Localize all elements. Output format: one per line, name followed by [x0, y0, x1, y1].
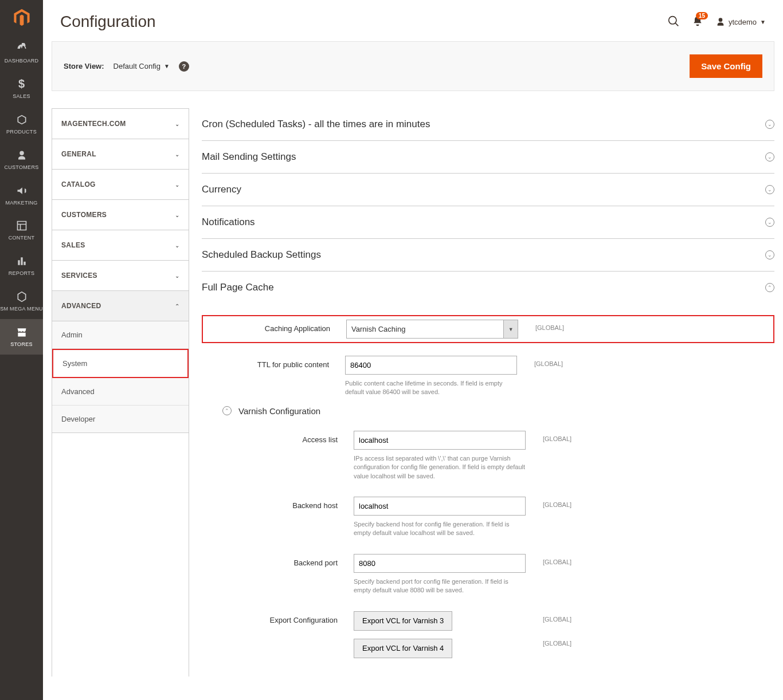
notifications-button[interactable]: 15 [692, 15, 703, 29]
notification-badge: 15 [696, 12, 708, 19]
user-name: ytcdemo [729, 18, 757, 26]
tab-system[interactable]: System [52, 349, 189, 378]
magento-logo-icon [12, 8, 32, 27]
tab-group-catalog[interactable]: CATALOG⌄ [52, 170, 189, 200]
access-list-hint: IPs access list separated with \',\' tha… [354, 454, 526, 481]
search-button[interactable] [668, 15, 679, 29]
dollar-icon: $ [0, 77, 43, 92]
chevron-down-icon: ▼ [503, 320, 518, 339]
help-tooltip-button[interactable]: ? [179, 61, 189, 72]
ttl-hint: Public content cache lifetime in seconds… [345, 379, 517, 397]
hexagon-icon [0, 289, 43, 304]
store-view-label: Store View: [64, 62, 104, 70]
ttl-input[interactable] [345, 356, 517, 375]
bar-chart-icon [0, 254, 43, 269]
export-vcl-v4-button[interactable]: Export VCL for Varnish 4 [354, 639, 452, 658]
nav-sales[interactable]: $ SALES [0, 71, 43, 107]
backend-host-label: Backend host [202, 497, 354, 510]
tab-group-magentech[interactable]: MAGENTECH.COM⌄ [52, 109, 189, 139]
nav-reports[interactable]: REPORTS [0, 248, 43, 284]
tab-group-customers[interactable]: CUSTOMERS⌄ [52, 200, 189, 230]
nav-customers[interactable]: CUSTOMERS [0, 142, 43, 178]
scope-label: [GLOBAL] [543, 640, 571, 647]
chevron-down-icon: ⌄ [175, 151, 179, 158]
tab-advanced[interactable]: Advanced [52, 378, 189, 406]
scope-label: [GLOBAL] [526, 554, 571, 565]
chevron-down-icon: ▼ [760, 19, 766, 25]
tab-admin[interactable]: Admin [52, 321, 189, 349]
storefront-icon [0, 325, 43, 340]
caching-app-select[interactable]: Varnish Caching ▼ [346, 320, 518, 339]
nav-marketing[interactable]: MARKETING [0, 178, 43, 213]
chevron-down-icon: ⌄ [175, 273, 179, 279]
chevron-down-icon: ⌄ [765, 250, 774, 259]
tab-developer[interactable]: Developer [52, 406, 189, 433]
chevron-down-icon: ⌄ [765, 218, 774, 227]
scope-label: [GLOBAL] [526, 431, 571, 442]
backend-port-input[interactable] [354, 554, 526, 573]
varnish-title: Varnish Configuration [238, 406, 320, 416]
backend-host-input[interactable] [354, 497, 526, 516]
scope-label: [GLOBAL] [518, 320, 564, 331]
chevron-down-icon: ⌄ [175, 182, 179, 188]
chevron-down-icon: ▼ [164, 63, 170, 69]
tab-group-sales[interactable]: SALES⌄ [52, 230, 189, 261]
section-currency[interactable]: Currency⌄ [202, 174, 774, 206]
chevron-down-icon: ⌄ [765, 152, 774, 162]
section-cron[interactable]: Cron (Scheduled Tasks) - all the times a… [202, 108, 774, 141]
chevron-down-icon: ⌄ [175, 121, 179, 127]
nav-megamenu[interactable]: SM MEGA MENU [0, 284, 43, 319]
magento-logo[interactable] [0, 0, 43, 36]
scope-label: [GLOBAL] [543, 616, 571, 623]
tab-group-advanced[interactable]: ADVANCED⌃ [52, 291, 189, 321]
chevron-down-icon: ⌄ [175, 212, 179, 218]
tab-group-services[interactable]: SERVICES⌄ [52, 261, 189, 291]
scope-label: [GLOBAL] [517, 356, 563, 367]
store-view-switcher[interactable]: Default Config ▼ [113, 62, 170, 70]
section-fpc[interactable]: Full Page Cache⌃ [202, 272, 774, 304]
nav-products[interactable]: PRODUCTS [0, 107, 43, 142]
user-menu[interactable]: ytcdemo ▼ [716, 17, 766, 26]
backend-port-label: Backend port [202, 554, 354, 567]
gauge-icon [0, 41, 43, 56]
search-icon [668, 15, 679, 27]
access-list-input[interactable] [354, 431, 526, 450]
megaphone-icon [0, 183, 43, 198]
chevron-down-icon: ⌄ [175, 242, 179, 249]
chevron-up-icon: ⌃ [765, 283, 774, 292]
person-icon [0, 148, 43, 163]
section-notifications[interactable]: Notifications⌄ [202, 206, 774, 239]
page-title: Configuration [60, 13, 156, 31]
nav-content[interactable]: CONTENT [0, 213, 43, 248]
export-vcl-v3-button[interactable]: Export VCL for Varnish 3 [354, 611, 452, 631]
varnish-toggle[interactable]: ⌃ [222, 406, 232, 415]
nav-dashboard[interactable]: DASHBOARD [0, 36, 43, 71]
scope-label: [GLOBAL] [526, 497, 571, 508]
save-config-button[interactable]: Save Config [690, 54, 762, 78]
chevron-up-icon: ⌃ [175, 303, 179, 309]
chevron-down-icon: ⌄ [765, 120, 774, 129]
access-list-label: Access list [202, 431, 354, 444]
chevron-down-icon: ⌄ [765, 185, 774, 194]
user-icon [716, 17, 725, 26]
layout-icon [0, 218, 43, 233]
export-config-label: Export Configuration [202, 611, 354, 624]
box-icon [0, 112, 43, 127]
backend-host-hint: Specify backend host for config file gen… [354, 520, 526, 538]
tab-group-general[interactable]: GENERAL⌄ [52, 139, 189, 170]
ttl-label: TTL for public content [202, 356, 345, 369]
caching-app-label: Caching Application [203, 320, 346, 333]
section-backup[interactable]: Scheduled Backup Settings⌄ [202, 239, 774, 272]
backend-port-hint: Specify backend port for config file gen… [354, 577, 526, 595]
nav-stores[interactable]: STORES [0, 319, 43, 355]
section-mail[interactable]: Mail Sending Settings⌄ [202, 141, 774, 174]
